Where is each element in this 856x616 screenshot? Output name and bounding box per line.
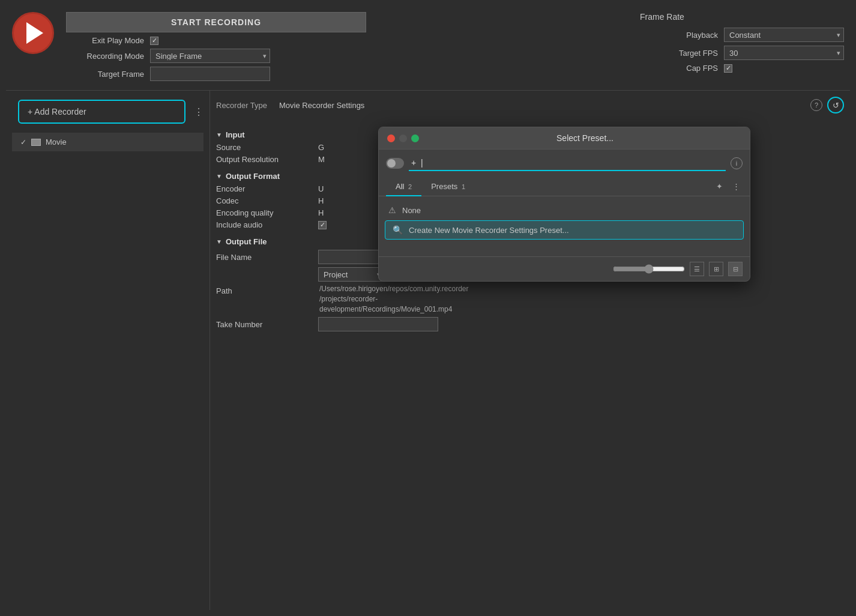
output-resolution-value: M xyxy=(318,155,325,164)
recording-mode-select[interactable]: Single Frame Manual Animation Clip Frame… xyxy=(150,49,270,63)
dialog-tabs: All 2 Presets 1 ✦ ⋮ xyxy=(379,177,750,196)
recording-mode-dropdown-wrapper: Single Frame Manual Animation Clip Frame… xyxy=(150,49,270,63)
input-section-label: Input xyxy=(226,130,245,139)
encoding-quality-value: H xyxy=(318,208,324,217)
path-type-select[interactable]: Project Absolute xyxy=(318,267,384,282)
framerate-section: Frame Rate Playback Constant Variable Ta… xyxy=(628,12,844,73)
add-recorder-button[interactable]: + Add Recorder xyxy=(18,100,185,124)
tab-icons: ✦ ⋮ xyxy=(713,180,743,193)
recording-mode-label: Recording Mode xyxy=(66,52,144,61)
target-fps-row: Target FPS 24 25 30 50 60 xyxy=(640,46,844,60)
preset-info-icon[interactable]: i xyxy=(731,157,743,169)
target-fps-select[interactable]: 24 25 30 50 60 xyxy=(724,46,844,60)
play-icon xyxy=(26,22,43,44)
tab-star-icon[interactable]: ✦ xyxy=(713,180,726,193)
toggle-search-icon[interactable] xyxy=(386,158,404,169)
preset-none-label: None xyxy=(402,206,421,215)
output-file-section-label: Output File xyxy=(226,237,267,246)
include-audio-label: Include audio xyxy=(216,220,312,229)
path-type-dropdown-wrapper: Project Absolute xyxy=(318,267,384,282)
tab-all[interactable]: All 2 xyxy=(386,177,421,196)
right-icons: ? ↺ xyxy=(810,97,844,113)
help-icon[interactable]: ? xyxy=(810,99,822,111)
exit-play-mode-checkbox[interactable] xyxy=(150,37,158,45)
top-toolbar: START RECORDING Exit Play Mode Recording… xyxy=(6,6,850,91)
recorder-check-icon: ✓ xyxy=(20,138,26,146)
playback-select[interactable]: Constant Variable xyxy=(724,28,844,42)
path-label: Path xyxy=(216,286,312,295)
none-warning-icon: ⚠ xyxy=(388,205,396,215)
output-format-expand-icon[interactable]: ▼ xyxy=(216,173,222,180)
maximize-button[interactable] xyxy=(411,134,419,142)
file-name-label: File Name xyxy=(216,253,312,262)
take-number-label: Take Number xyxy=(216,320,312,329)
source-label: Source xyxy=(216,143,312,152)
recorder-type-icon xyxy=(31,139,41,146)
recorder-type-row: Recorder Type Movie Recorder Settings ? … xyxy=(216,97,844,118)
cap-fps-label: Cap FPS xyxy=(640,64,718,73)
preset-dialog: Select Preset... i All 2 Presets xyxy=(378,127,750,282)
tab-all-badge: 2 xyxy=(408,183,412,190)
target-fps-dropdown-wrapper: 24 25 30 50 60 xyxy=(724,46,844,60)
take-number-row: Take Number 1 xyxy=(216,317,844,331)
preset-item-none[interactable]: ⚠ None xyxy=(379,201,750,219)
encoder-value: U xyxy=(318,184,324,193)
preset-item-create-new[interactable]: 🔍 Create New Movie Recorder Settings Pre… xyxy=(385,220,744,240)
exit-play-mode-row: Exit Play Mode xyxy=(66,36,616,45)
tab-presets-badge: 1 xyxy=(462,183,465,190)
recording-mode-row: Recording Mode Single Frame Manual Anima… xyxy=(66,49,616,63)
dialog-footer: ☰ ⊞ ⊟ xyxy=(379,256,750,281)
traffic-lights xyxy=(387,134,419,142)
path-full-display: /Users/rose.hirigoyen/repos/com.unity.re… xyxy=(318,284,529,314)
target-frame-input[interactable]: 0 xyxy=(150,67,270,81)
output-format-section-label: Output Format xyxy=(226,172,280,181)
grid-small-view-icon[interactable]: ⊞ xyxy=(709,262,723,276)
toolbar-controls: START RECORDING Exit Play Mode Recording… xyxy=(66,12,616,81)
content-area: + Add Recorder ⋮ ✓ Movie Recorder Type M… xyxy=(6,91,850,610)
grid-large-view-icon[interactable]: ⊟ xyxy=(728,262,743,276)
include-audio-checkbox[interactable] xyxy=(318,221,327,229)
encoder-label: Encoder xyxy=(216,184,312,193)
dialog-title: Select Preset... xyxy=(429,133,741,143)
list-view-icon[interactable]: ☰ xyxy=(690,262,704,276)
add-recorder-row: + Add Recorder ⋮ xyxy=(6,91,209,133)
minimize-button[interactable] xyxy=(399,134,407,142)
right-panel: Recorder Type Movie Recorder Settings ? … xyxy=(210,91,850,610)
codec-value: H xyxy=(318,196,324,205)
create-new-search-icon: 🔍 xyxy=(393,225,403,235)
close-button[interactable] xyxy=(387,134,395,142)
tab-presets-label: Presets xyxy=(431,182,457,191)
cap-fps-row: Cap FPS xyxy=(640,64,844,73)
cap-fps-checkbox[interactable] xyxy=(724,64,732,73)
preset-list: ⚠ None 🔍 Create New Movie Recorder Setti… xyxy=(379,196,750,256)
encoding-quality-label: Encoding quality xyxy=(216,208,312,217)
recorder-item-label: Movie xyxy=(46,137,67,146)
main-container: START RECORDING Exit Play Mode Recording… xyxy=(0,0,856,616)
source-value: G xyxy=(318,143,324,152)
record-button[interactable] xyxy=(12,12,54,54)
take-number-input[interactable]: 1 xyxy=(318,317,438,331)
framerate-title: Frame Rate xyxy=(640,12,844,22)
target-fps-label: Target FPS xyxy=(640,49,718,58)
target-frame-label: Target Frame xyxy=(66,70,144,79)
tab-all-label: All xyxy=(396,182,404,191)
start-recording-button[interactable]: START RECORDING xyxy=(66,12,366,32)
playback-dropdown-wrapper: Constant Variable xyxy=(724,28,844,42)
preset-icon-button[interactable]: ↺ xyxy=(827,97,844,113)
dialog-search-row: i xyxy=(379,149,750,177)
dialog-titlebar: Select Preset... xyxy=(379,127,750,149)
playback-label: Playback xyxy=(640,31,718,40)
slider-wrapper xyxy=(613,264,685,274)
tab-dots-icon[interactable]: ⋮ xyxy=(729,180,743,193)
more-options-icon[interactable]: ⋮ xyxy=(194,106,203,118)
output-file-expand-icon[interactable]: ▼ xyxy=(216,238,222,245)
preset-create-new-label: Create New Movie Recorder Settings Prese… xyxy=(409,226,569,235)
recorder-item-movie[interactable]: ✓ Movie xyxy=(12,133,203,151)
target-frame-row: Target Frame 0 xyxy=(66,67,616,81)
tab-presets[interactable]: Presets 1 xyxy=(421,177,475,196)
input-expand-icon[interactable]: ▼ xyxy=(216,131,222,138)
preset-search-input[interactable] xyxy=(409,156,726,171)
size-slider[interactable] xyxy=(613,264,685,274)
output-resolution-label: Output Resolution xyxy=(216,155,312,164)
codec-label: Codec xyxy=(216,196,312,205)
